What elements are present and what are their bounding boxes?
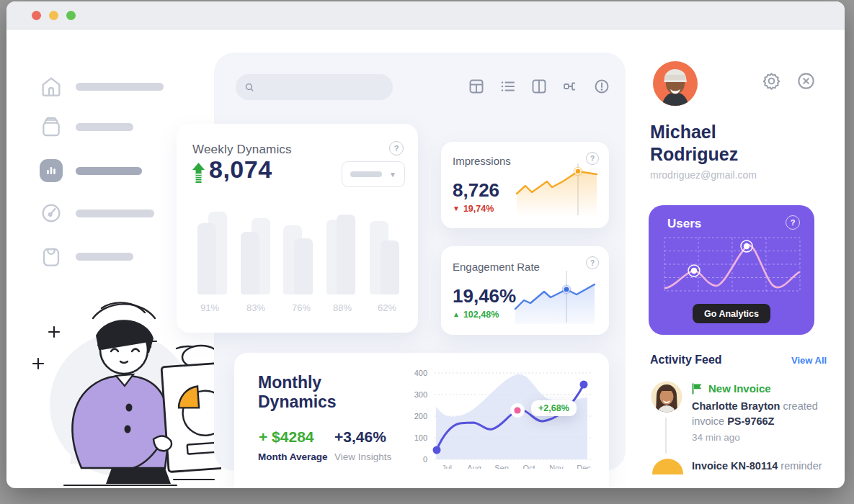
weekly-bar (381, 240, 399, 294)
bar-label: 83% (240, 302, 272, 313)
shopping-bag-icon (40, 245, 63, 268)
feed-item-badge-row: New Invoice (692, 382, 771, 395)
columns-view-icon[interactable] (530, 78, 548, 95)
search-icon (244, 81, 255, 94)
profile-name: Michael Rodriguez (650, 121, 738, 166)
home-icon (40, 75, 63, 98)
go-analytics-button[interactable]: Go Analytics (693, 304, 770, 323)
trend-up-arrow-icon (192, 163, 205, 183)
feed-badge: New Invoice (708, 382, 771, 395)
triangle-down-icon: ▼ (453, 205, 460, 212)
sidebar-label-placeholder (76, 123, 133, 131)
sidebar-item-performance[interactable] (40, 202, 63, 228)
feed-avatar-partial (652, 459, 683, 474)
impressions-card: Impressions ? 8,726 ▼ 19,74% (441, 142, 609, 228)
minimize-traffic-light[interactable] (49, 11, 58, 20)
search-input[interactable] (261, 81, 384, 94)
users-card: Users ? Go Analytics (649, 205, 814, 335)
sidebar-label-placeholder (76, 210, 154, 217)
sidebar-item-home[interactable] (40, 75, 63, 101)
y-tick: 200 (410, 412, 427, 420)
y-tick: 300 (410, 390, 427, 399)
close-circle-icon[interactable] (796, 71, 816, 91)
sidebar-label-placeholder (76, 83, 164, 91)
monthly-dynamics-card: Monthly Dynamics + $4284 Month Average +… (234, 353, 609, 488)
triangle-up-icon: ▲ (453, 311, 460, 318)
engagement-rate-card: Engagement Rate ? 19,46% ▲ 102,48% (441, 246, 609, 335)
bar-label: 91% (194, 302, 226, 313)
chart-tooltip: +2,68% (531, 400, 577, 416)
insights-value: +3,46% (334, 428, 386, 446)
chevron-down-icon: ▼ (389, 171, 396, 179)
weekly-bar (337, 215, 355, 294)
profile-email: mrodriguez@gmail.com (650, 169, 757, 181)
sidebar-label-placeholder (76, 167, 142, 175)
weekly-dynamics-card: Weekly Dynamics ? 8,074 ▼ 91% 83% 76% 88… (177, 124, 418, 333)
settings-gear-icon[interactable] (762, 71, 781, 91)
flag-icon (692, 383, 703, 395)
list-view-icon[interactable] (499, 78, 517, 95)
bar-chart-icon (45, 164, 58, 177)
monthly-dynamics-title: Monthly Dynamics (258, 373, 337, 412)
dropdown-placeholder (350, 171, 382, 177)
zoom-traffic-light[interactable] (66, 11, 76, 20)
view-all-link[interactable]: View All (791, 355, 827, 366)
alerts-icon[interactable] (593, 78, 610, 95)
window-titlebar (6, 1, 845, 30)
sidebar-item-orders[interactable] (40, 245, 63, 271)
impressions-title: Impressions (453, 155, 511, 167)
table-view-icon[interactable] (468, 78, 485, 95)
weekly-dynamics-title: Weekly Dynamics (192, 143, 292, 157)
users-card-title: Users (667, 217, 701, 231)
close-traffic-light[interactable] (32, 11, 41, 20)
impressions-sparkline (513, 162, 602, 221)
help-icon[interactable]: ? (389, 141, 404, 156)
search-bar[interactable] (236, 74, 393, 100)
help-icon[interactable]: ? (786, 215, 800, 230)
bar-label: 88% (326, 302, 358, 313)
sidebar-label-placeholder (76, 253, 133, 261)
weekly-bar (294, 238, 313, 294)
weekly-dynamics-value: 8,074 (209, 156, 272, 184)
feed-connector-line (665, 418, 667, 454)
feed-avatar (651, 381, 682, 413)
insights-label[interactable]: View Insights (334, 451, 391, 462)
y-tick: 0 (410, 455, 427, 464)
x-axis-labels: Jul Aug Sep Oct Nov Dec (436, 464, 595, 469)
weekly-bar (197, 223, 216, 294)
users-chart (664, 237, 801, 292)
engagement-sparkline (513, 268, 602, 328)
bar-label: 76% (285, 302, 317, 313)
impressions-value: 8,726 (453, 179, 499, 202)
archive-icon (40, 115, 63, 138)
feed-item-text: Invoice KN-80114 reminder (692, 459, 845, 474)
weekly-bar (241, 232, 259, 294)
flow-view-icon[interactable] (562, 78, 579, 95)
y-tick: 400 (410, 369, 427, 377)
engagement-rate-value: 19,46% (453, 285, 516, 307)
view-toolbar (468, 77, 610, 96)
impressions-delta: ▼ 19,74% (453, 204, 494, 214)
feed-item-text: Charlotte Brayton created invoice PS-976… (692, 399, 845, 429)
monthly-dynamics-chart (429, 366, 596, 468)
gauge-icon (40, 202, 63, 225)
sidebar-item-analytics[interactable] (40, 159, 63, 182)
period-dropdown[interactable]: ▼ (342, 161, 405, 187)
activity-feed-title: Activity Feed (650, 354, 722, 366)
month-average-label: Month Average (258, 451, 328, 462)
engagement-rate-delta: ▲ 102,48% (453, 310, 499, 320)
sidebar-item-archive[interactable] (40, 115, 63, 141)
y-tick: 100 (410, 433, 427, 442)
app-window: Weekly Dynamics ? 8,074 ▼ 91% 83% 76% 88… (6, 1, 845, 488)
month-average-value: + $4284 (259, 428, 314, 446)
profile-avatar[interactable] (652, 60, 698, 107)
feed-item-time: 34 min ago (692, 432, 740, 443)
bar-label: 62% (371, 302, 403, 313)
